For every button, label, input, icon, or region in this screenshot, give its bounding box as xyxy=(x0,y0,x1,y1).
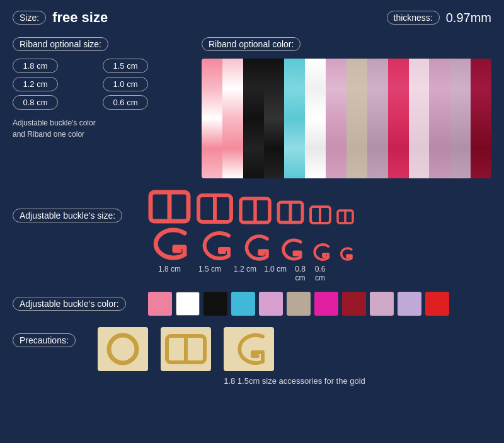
precautions-label-area: Precautions: xyxy=(13,327,88,347)
buckle-bottom-row xyxy=(148,227,491,262)
buckle-color-section: Adjustable buckle's color: xyxy=(13,292,491,316)
buckle-rect-1 xyxy=(148,190,191,224)
buckle-size-label-0-8: 0.8 cm xyxy=(289,265,311,282)
color-swatches xyxy=(148,292,449,316)
gold-o-ring xyxy=(98,327,148,371)
g-buckle-2 xyxy=(196,230,234,262)
color-note: Adjustable buckle's color and Riband one… xyxy=(13,117,189,140)
buckle-color-label: Adjustable buckle's color: xyxy=(13,297,126,311)
g-buckle-5 xyxy=(309,243,331,262)
riband-left: Riband optional size: 1.8 cm 1.5 cm 1.2 … xyxy=(13,37,189,178)
size-section: Size: free size xyxy=(13,9,387,26)
swatch-magenta xyxy=(314,292,338,316)
thickness-value: 0.97mm xyxy=(446,11,491,25)
buckle-size-label: Adjustable buckle's size: xyxy=(13,209,122,222)
buckle-size-label-1-5: 1.5 cm xyxy=(191,265,229,282)
color-stripes xyxy=(202,59,491,178)
g-buckle-3 xyxy=(239,234,272,262)
gold-g-buckle xyxy=(224,327,274,371)
buckle-size-label-1-2: 1.2 cm xyxy=(229,265,261,282)
buckle-size-label-0-6: 0.6 cm xyxy=(311,265,329,282)
buckle-color-label-area: Adjustable buckle's color: xyxy=(13,297,139,311)
swatch-cyan xyxy=(231,292,255,316)
swatch-white xyxy=(176,292,200,316)
size-1-0: 1.0 cm xyxy=(103,77,148,91)
precaution-note: 1.8 1.5cm size accessories for the gold xyxy=(98,376,491,386)
swatch-tan xyxy=(287,292,311,316)
size-1-2: 1.2 cm xyxy=(13,77,58,91)
riband-optional-color-label: Riband optional color: xyxy=(202,37,301,51)
buckle-rect-5 xyxy=(309,205,331,224)
precautions-label: Precautions: xyxy=(13,333,76,347)
swatch-pink xyxy=(148,292,172,316)
buckle-rect-4 xyxy=(277,200,304,224)
buckle-top-row xyxy=(148,190,491,224)
buckle-size-label-area: Adjustable buckle's size: xyxy=(13,190,139,222)
size-1-5: 1.5 cm xyxy=(103,59,148,73)
gold-rect-icon xyxy=(161,327,211,371)
gold-g-icon xyxy=(224,327,274,371)
riband-right: Riband optional color: xyxy=(202,37,491,178)
size-1-8: 1.8 cm xyxy=(13,59,58,73)
buckle-sizes-visual: 1.8 cm 1.5 cm 1.2 cm 1.0 cm 0.8 cm 0.6 c… xyxy=(148,190,491,282)
precautions-section: Precautions: xyxy=(13,327,491,386)
swatch-black xyxy=(203,292,227,316)
thickness-label: thickness: xyxy=(387,11,440,25)
size-value: free size xyxy=(52,9,108,26)
buckle-size-label-1-0: 1.0 cm xyxy=(261,265,289,282)
g-buckle-6 xyxy=(336,246,354,262)
top-row: Size: free size thickness: 0.97mm xyxy=(13,9,491,26)
buckle-size-labels: 1.8 cm 1.5 cm 1.2 cm 1.0 cm 0.8 cm 0.6 c… xyxy=(148,265,491,282)
riband-sizes: 1.8 cm 1.5 cm 1.2 cm 1.0 cm 0.8 cm 0.6 c… xyxy=(13,59,189,110)
buckle-size-label-1-8: 1.8 cm xyxy=(148,265,191,282)
riband-section: Riband optional size: 1.8 cm 1.5 cm 1.2 … xyxy=(13,37,491,178)
buckle-rect-2 xyxy=(196,193,234,224)
precautions-content: 1.8 1.5cm size accessories for the gold xyxy=(98,327,491,386)
riband-size-title: Riband optional size: xyxy=(13,37,189,51)
swatch-purple xyxy=(398,292,421,316)
svg-rect-17 xyxy=(224,327,274,371)
size-0-8: 0.8 cm xyxy=(13,95,58,110)
buckle-size-section: Adjustable buckle's size: xyxy=(13,190,491,282)
swatch-lavender xyxy=(259,292,283,316)
buckle-rect-3 xyxy=(239,197,272,224)
riband-optional-size-label: Riband optional size: xyxy=(13,37,108,51)
gold-rect-buckle xyxy=(161,327,211,371)
size-label: Size: xyxy=(13,11,46,25)
gold-accessories xyxy=(98,327,491,371)
swatch-mauve xyxy=(370,292,394,316)
g-buckle-4 xyxy=(277,238,304,262)
swatch-red xyxy=(425,292,449,316)
o-ring-icon xyxy=(98,327,148,371)
buckle-rect-6 xyxy=(336,209,354,224)
riband-color-title: Riband optional color: xyxy=(202,37,491,51)
swatch-dark-red xyxy=(342,292,366,316)
thickness-section: thickness: 0.97mm xyxy=(387,11,492,25)
size-0-6: 0.6 cm xyxy=(103,95,148,110)
g-buckle-1 xyxy=(148,227,191,262)
